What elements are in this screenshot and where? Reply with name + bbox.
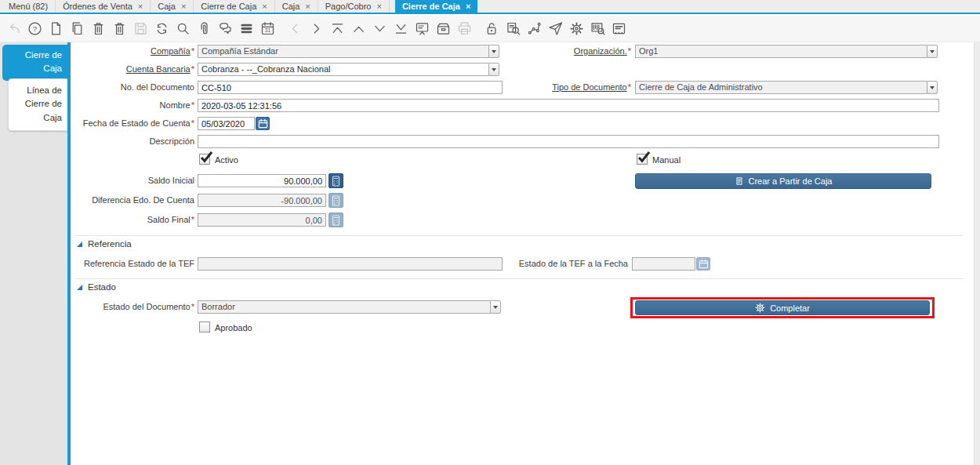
organizacion-combo[interactable]: Org1 (635, 45, 938, 58)
report-icon[interactable] (412, 20, 431, 38)
close-icon[interactable]: × (376, 2, 381, 11)
window-tab[interactable]: Caja× (275, 0, 318, 13)
saldo-final-calculator-icon (328, 213, 343, 227)
window-customization-icon[interactable] (609, 20, 628, 38)
compania-label[interactable]: Compañía* (75, 46, 194, 56)
product-info-icon[interactable] (588, 20, 607, 38)
grid-toggle-icon[interactable] (237, 20, 256, 38)
close-icon[interactable]: × (466, 2, 470, 11)
previous-record-icon[interactable] (349, 20, 368, 38)
window-tab-label: Caja (158, 2, 176, 11)
sidebar-accent-strip (67, 42, 71, 465)
find-icon[interactable] (173, 20, 192, 38)
tipo-documento-value: Cierre de Caja de Administrativo (635, 81, 927, 94)
referencia-section-header[interactable]: Referencia (77, 239, 132, 249)
zoom-across-icon[interactable] (503, 20, 522, 38)
saldo-inicial-label: Saldo Inicial (75, 176, 194, 185)
diferencia-input (198, 194, 326, 207)
saldo-final-input (198, 213, 326, 227)
sidebar-tab-linea-de-cierre-de-caja[interactable]: Línea de Cierre de Caja (8, 78, 67, 131)
lock-icon[interactable] (482, 20, 501, 38)
sidebar: Cierre de Caja Línea de Cierre de Caja (0, 42, 67, 465)
archive-icon[interactable] (434, 20, 452, 38)
window-tab-label: Caja (282, 2, 300, 11)
new-record-icon[interactable] (46, 20, 65, 38)
organizacion-value: Org1 (635, 45, 927, 58)
estado-documento-combo[interactable]: Borrador (198, 300, 501, 314)
cuenta-bancaria-dropdown-arrow-icon[interactable] (488, 63, 499, 76)
fecha-estado-input[interactable] (198, 117, 255, 130)
cuenta-bancaria-label[interactable]: Cuenta Bancaria* (75, 64, 194, 74)
compania-dropdown-arrow-icon[interactable] (488, 45, 499, 58)
help-icon[interactable]: ? (25, 20, 44, 38)
tipo-documento-label[interactable]: Tipo de Documento* (512, 82, 631, 92)
send-request-icon[interactable] (546, 20, 564, 38)
window-tab[interactable]: Caja× (151, 0, 194, 13)
window-tab[interactable]: Cierre de Caja× (194, 0, 274, 13)
estado-tef-fecha-calendar-icon (696, 257, 710, 271)
window-tab-label: Pago/Cobro (325, 2, 372, 11)
fecha-estado-label: Fecha de Estado de Cuenta* (75, 118, 194, 128)
tipo-documento-dropdown-arrow-icon[interactable] (927, 81, 938, 94)
fecha-estado-calendar-icon[interactable] (256, 117, 270, 130)
estado-section-header[interactable]: Estado (77, 282, 116, 292)
referencia-tef-label: Referencia Estado de la TEF (75, 259, 194, 268)
no-documento-label: No. del Documento (75, 82, 194, 92)
svg-text:31: 31 (264, 27, 270, 33)
refresh-icon[interactable] (152, 20, 171, 38)
process-icon[interactable] (567, 20, 586, 38)
close-icon[interactable]: × (262, 2, 267, 11)
toolbar: ?31 (0, 16, 980, 42)
vertical-scrollbar[interactable] (974, 42, 980, 465)
save-icon (131, 20, 150, 38)
delete-record-icon[interactable] (89, 20, 107, 38)
tipo-documento-combo[interactable]: Cierre de Caja de Administrativo (635, 81, 938, 94)
close-icon[interactable]: × (305, 2, 310, 11)
window-tab[interactable]: Menú (82) (2, 0, 56, 13)
activo-checkbox[interactable] (199, 154, 210, 165)
diferencia-calculator-icon (328, 193, 343, 208)
calendar-history-icon[interactable]: 31 (258, 20, 277, 38)
estado-tef-fecha-label: Estado de la TEF a la Fecha (510, 259, 628, 268)
close-icon[interactable]: × (181, 2, 186, 11)
crear-a-partir-de-caja-button[interactable]: Crear a Partir de Caja (635, 173, 931, 189)
section-divider (75, 278, 963, 279)
no-documento-input[interactable] (198, 81, 503, 94)
activo-label: Activo (215, 155, 238, 165)
compania-value: Compañía Estándar (198, 45, 488, 58)
cuenta-bancaria-combo[interactable]: Cobranza - --_Cobranza Nacional (198, 63, 499, 76)
estado-documento-label: Estado del Documento* (75, 302, 194, 311)
close-icon[interactable]: × (138, 2, 143, 11)
aprobado-label: Aprobado (215, 323, 252, 332)
collapse-triangle-icon (77, 285, 82, 290)
saldo-inicial-input[interactable] (198, 174, 326, 187)
manual-checkbox[interactable] (637, 154, 648, 165)
organizacion-label[interactable]: Organización.* (512, 46, 631, 56)
saldo-inicial-calculator-icon[interactable] (328, 173, 343, 188)
compania-combo[interactable]: Compañía Estándar (198, 45, 499, 58)
delete-selection-icon[interactable] (110, 20, 129, 38)
nombre-input[interactable] (198, 99, 939, 112)
sidebar-tab-cierre-de-caja[interactable]: Cierre de Caja (2, 45, 67, 81)
workflow-icon[interactable] (524, 20, 543, 38)
saldo-final-label: Saldo Final* (75, 215, 194, 224)
descripcion-input[interactable] (198, 135, 939, 148)
window-tab-label: Menú (82) (9, 2, 48, 11)
window-tab-label: Cierre de Caja (402, 2, 460, 11)
copy-record-icon[interactable] (67, 20, 86, 38)
window-tab[interactable]: Cierre de Caja× (395, 0, 477, 13)
nombre-label: Nombre* (75, 100, 194, 110)
completar-button[interactable]: Completar (635, 300, 930, 315)
aprobado-checkbox[interactable] (199, 322, 210, 332)
organizacion-dropdown-arrow-icon[interactable] (927, 45, 938, 58)
estado-documento-dropdown-arrow-icon[interactable] (490, 300, 501, 314)
next-record-icon[interactable] (370, 20, 389, 38)
window-tab[interactable]: Pago/Cobro× (318, 0, 390, 13)
process-gear-icon (755, 303, 765, 313)
detail-record-icon[interactable] (307, 20, 325, 38)
window-tab[interactable]: Órdenes de Venta× (56, 0, 151, 13)
last-record-icon[interactable] (391, 20, 410, 38)
chat-icon[interactable] (216, 20, 234, 38)
first-record-icon[interactable] (328, 20, 347, 38)
attachment-icon[interactable] (194, 20, 213, 38)
